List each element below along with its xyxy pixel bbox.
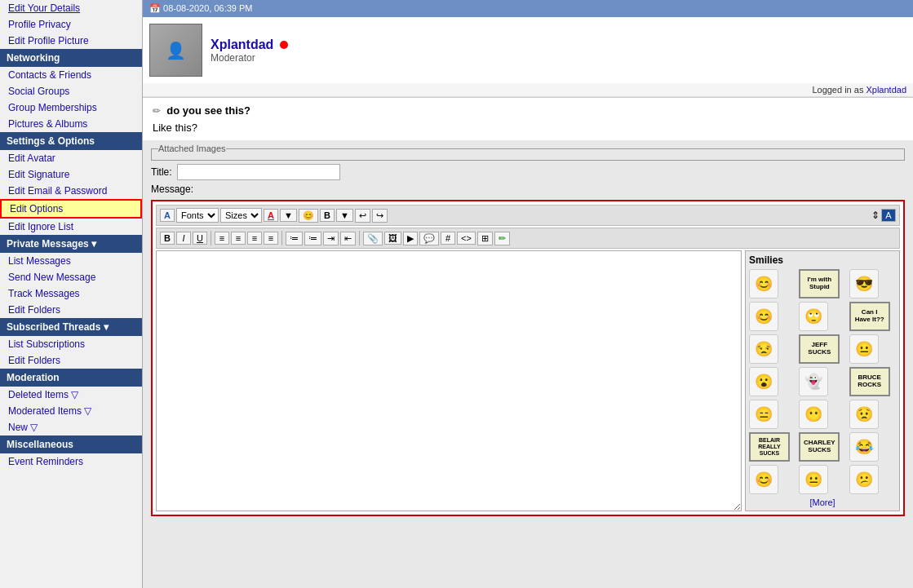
smiley-sign-belair[interactable]: BELAIRREALLY SUCKS: [749, 432, 790, 462]
font-family-select[interactable]: Fonts: [176, 208, 219, 223]
user-role: Moderator: [211, 52, 906, 64]
message-date-bar: 📅 08-08-2020, 06:39 PM: [143, 0, 913, 17]
sidebar-item-edit-ignore-list[interactable]: Edit Ignore List: [0, 219, 142, 235]
sidebar-item-event-reminders[interactable]: Event Reminders: [0, 453, 142, 470]
smiley-item[interactable]: 😂: [849, 432, 879, 462]
sidebar-item-send-new-message[interactable]: Send New Message: [0, 269, 142, 285]
italic-btn[interactable]: I: [176, 232, 191, 245]
smiley-item[interactable]: 😮: [749, 367, 778, 396]
hash-btn[interactable]: #: [441, 232, 455, 245]
undo-button[interactable]: ↩: [355, 209, 370, 223]
sidebar-section-private-messages[interactable]: Private Messages ▾: [0, 235, 142, 253]
sidebar-section-settings: Settings & Options: [0, 132, 142, 150]
indent-btn[interactable]: ⇥: [323, 232, 339, 245]
smiley-sign-can-i[interactable]: Can IHave It??: [849, 302, 890, 331]
smiley-item[interactable]: 😶: [799, 400, 828, 429]
sidebar-item-list-messages[interactable]: List Messages: [0, 253, 142, 269]
smiley-item[interactable]: 😊: [749, 465, 778, 494]
font-color-button[interactable]: A: [264, 209, 278, 222]
font-color-dropdown[interactable]: ▼: [280, 209, 297, 222]
font-size-select[interactable]: Sizes: [220, 208, 262, 223]
align-center-btn[interactable]: ≡: [231, 232, 246, 245]
sidebar-item-contacts-friends[interactable]: Contacts & Friends: [0, 67, 142, 83]
sidebar-section-subscribed-threads[interactable]: Subscribed Threads ▾: [0, 318, 142, 336]
underline-btn[interactable]: U: [193, 232, 207, 245]
smiley-item[interactable]: 👻: [799, 367, 828, 396]
sidebar: Edit Your Details Profile Privacy Edit P…: [0, 0, 143, 588]
sidebar-item-list-subscriptions[interactable]: List Subscriptions: [0, 336, 142, 352]
editor-toolbar: A Fonts Sizes A ▼ 😊 B ▼ ↩ ↪ ⇕ A: [156, 205, 900, 226]
sidebar-item-profile-privacy[interactable]: Profile Privacy: [0, 16, 142, 33]
sidebar-item-track-messages[interactable]: Track Messages: [0, 285, 142, 302]
smiley-item[interactable]: 😊: [749, 302, 778, 331]
bold-dropdown[interactable]: ▼: [336, 209, 353, 222]
outdent-btn[interactable]: ⇤: [340, 232, 356, 245]
smiley-item[interactable]: 😑: [749, 400, 778, 429]
smiley-sign-jeff[interactable]: JEFFSUCKS: [799, 334, 840, 364]
ordered-list-btn[interactable]: ≔: [286, 232, 303, 245]
logged-in-user-link[interactable]: Xplantdad: [866, 85, 906, 95]
smiley-item[interactable]: 😟: [849, 400, 879, 429]
logged-in-bar: Logged in as Xplantdad: [143, 83, 913, 97]
calendar-icon: 📅: [149, 3, 161, 13]
align-left-btn[interactable]: ≡: [215, 232, 229, 245]
sidebar-section-networking: Networking: [0, 49, 142, 67]
code-btn[interactable]: <>: [457, 232, 476, 245]
align-right-btn[interactable]: ≡: [247, 232, 262, 245]
smiley-item[interactable]: 🙄: [799, 302, 828, 331]
online-status-dot: [280, 41, 288, 49]
sidebar-item-moderated-items[interactable]: Moderated Items ▽: [0, 403, 142, 419]
sidebar-item-edit-profile-picture[interactable]: Edit Profile Picture: [0, 33, 142, 49]
username-link[interactable]: Xplantdad: [211, 38, 273, 51]
sidebar-item-edit-folders-sub[interactable]: Edit Folders: [0, 352, 142, 369]
message-body: ✏ do you see this? Like this?: [143, 98, 913, 140]
smiley-item[interactable]: 😕: [849, 465, 879, 494]
attach-btn[interactable]: 📎: [363, 232, 383, 245]
sidebar-item-new-items[interactable]: New ▽: [0, 419, 142, 435]
video-btn[interactable]: ▶: [403, 232, 418, 245]
user-avatar: 👤: [149, 24, 202, 77]
title-row: Title:: [151, 164, 905, 180]
sidebar-item-edit-signature[interactable]: Edit Signature: [0, 166, 142, 183]
editor-container: A Fonts Sizes A ▼ 😊 B ▼ ↩ ↪ ⇕ A B I: [151, 200, 905, 516]
table-btn[interactable]: ⊞: [477, 232, 493, 245]
logged-in-label: Logged in as: [812, 85, 863, 95]
align-justify-btn[interactable]: ≡: [264, 232, 278, 245]
sidebar-item-edit-options[interactable]: Edit Options: [0, 199, 142, 219]
sidebar-item-pictures-albums[interactable]: Pictures & Albums: [0, 116, 142, 132]
smiley-button[interactable]: 😊: [299, 209, 318, 223]
sidebar-item-edit-avatar[interactable]: Edit Avatar: [0, 150, 142, 166]
smiley-sign-stupid[interactable]: I'm withStupid: [799, 269, 840, 298]
editor-body: Smilies 😊 I'm withStupid 😎 😊 🙄 Can IHave…: [156, 250, 900, 511]
smiley-sign-bruce[interactable]: BRUCEROCKS: [849, 367, 890, 396]
smiley-item[interactable]: 😐: [849, 334, 879, 364]
sidebar-item-deleted-items[interactable]: Deleted Items ▽: [0, 387, 142, 403]
smilies-more-link[interactable]: [More]: [809, 497, 835, 507]
unordered-list-btn[interactable]: ≔: [304, 232, 321, 245]
sidebar-item-group-memberships[interactable]: Group Memberships: [0, 99, 142, 116]
eraser-btn[interactable]: ✏: [494, 232, 510, 245]
smiley-item[interactable]: 😐: [799, 465, 828, 494]
sidebar-item-edit-your-details[interactable]: Edit Your Details: [0, 0, 142, 16]
img-btn[interactable]: 🖼: [384, 232, 401, 245]
redo-button[interactable]: ↪: [372, 209, 388, 223]
smiley-item[interactable]: 😎: [849, 269, 879, 298]
bold-button[interactable]: B: [320, 209, 335, 222]
smiley-sign-charley[interactable]: CHARLEYSUCKS: [799, 432, 840, 462]
font-selector-icon[interactable]: A: [160, 209, 175, 222]
sep2: [281, 231, 282, 245]
editor-toolbar-row2: B I U ≡ ≡ ≡ ≡ ≔ ≔ ⇥ ⇤ 📎 🖼 ▶ 💬 # <> ⊞ ✏: [156, 228, 900, 249]
title-input[interactable]: [177, 164, 340, 180]
smilies-panel: Smilies 😊 I'm withStupid 😎 😊 🙄 Can IHave…: [745, 250, 900, 511]
main-content: 📅 08-08-2020, 06:39 PM 👤 Xplantdad Moder…: [143, 0, 913, 588]
sidebar-item-edit-email-password[interactable]: Edit Email & Password: [0, 183, 142, 199]
sidebar-item-social-groups[interactable]: Social Groups: [0, 83, 142, 99]
bold-btn[interactable]: B: [160, 232, 175, 245]
message-textarea[interactable]: [156, 250, 742, 511]
smiley-item[interactable]: 😊: [749, 269, 778, 298]
quote-btn[interactable]: 💬: [419, 232, 439, 245]
message-label: Message:: [151, 183, 905, 195]
sidebar-item-edit-folders-pm[interactable]: Edit Folders: [0, 302, 142, 318]
smiley-item[interactable]: 😒: [749, 334, 778, 364]
source-button[interactable]: A: [881, 209, 896, 222]
